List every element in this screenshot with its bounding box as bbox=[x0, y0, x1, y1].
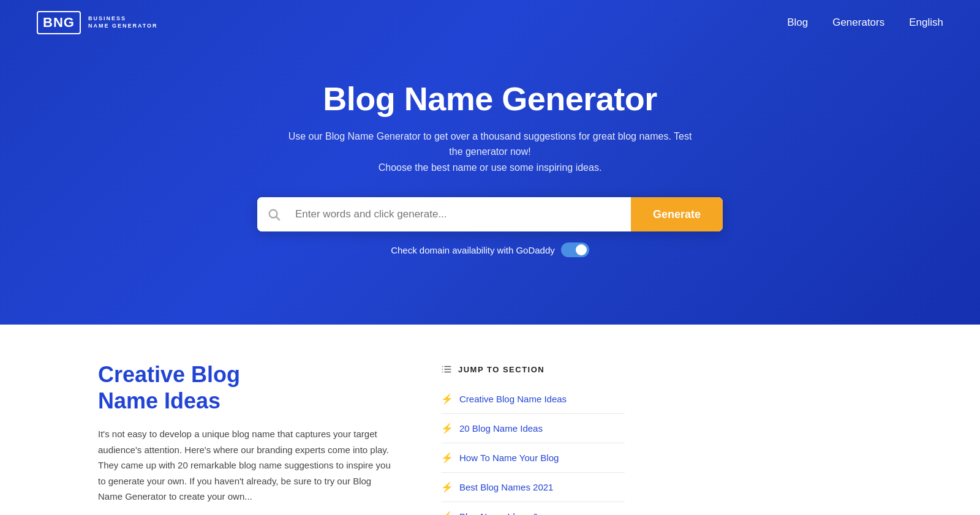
logo-abbr: BNG bbox=[37, 11, 81, 34]
jump-icon-2: ⚡ bbox=[441, 452, 453, 464]
hero-title: Blog Name Generator bbox=[323, 80, 657, 118]
jump-header: JUMP TO SECTION bbox=[441, 364, 625, 375]
hero-section: Blog Name Generator Use our Blog Name Ge… bbox=[0, 0, 980, 325]
jump-item-blog-name-ideas[interactable]: ⚡ Blog Name Ideas & bbox=[441, 502, 625, 515]
domain-toggle[interactable] bbox=[561, 242, 589, 257]
article-title: Creative Blog Name Ideas bbox=[98, 361, 392, 414]
jump-icon-1: ⚡ bbox=[441, 423, 453, 434]
jump-icon-0: ⚡ bbox=[441, 393, 453, 405]
nav-generators[interactable]: Generators bbox=[832, 17, 884, 29]
content-section: Creative Blog Name Ideas It's not easy t… bbox=[61, 325, 919, 515]
jump-item-creative-blog-name-ideas[interactable]: ⚡ Creative Blog Name Ideas bbox=[441, 385, 625, 414]
jump-icon-4: ⚡ bbox=[441, 511, 453, 515]
logo[interactable]: BNG BUSINESS NAME GENERATOR bbox=[37, 11, 158, 34]
toggle-thumb bbox=[576, 244, 587, 255]
nav-blog[interactable]: Blog bbox=[787, 17, 808, 29]
list-icon bbox=[441, 364, 452, 375]
jump-label-2: How To Name Your Blog bbox=[459, 453, 559, 463]
jump-to-section: JUMP TO SECTION ⚡ Creative Blog Name Ide… bbox=[441, 361, 625, 515]
jump-label-4: Blog Name Ideas & bbox=[459, 511, 538, 515]
article-body: It's not easy to develop a unique blog n… bbox=[98, 426, 392, 505]
jump-item-how-to-name-your-blog[interactable]: ⚡ How To Name Your Blog bbox=[441, 443, 625, 473]
main-nav: Blog Generators English bbox=[787, 17, 943, 29]
generate-button[interactable]: Generate bbox=[631, 197, 723, 231]
jump-label-0: Creative Blog Name Ideas bbox=[459, 394, 567, 404]
jump-item-20-blog-name-ideas[interactable]: ⚡ 20 Blog Name Ideas bbox=[441, 414, 625, 443]
domain-check-row: Check domain availability with GoDaddy bbox=[391, 242, 589, 257]
jump-item-best-blog-names-2021[interactable]: ⚡ Best Blog Names 2021 bbox=[441, 473, 625, 502]
nav-language[interactable]: English bbox=[909, 17, 943, 29]
header: BNG BUSINESS NAME GENERATOR Blog Generat… bbox=[0, 0, 980, 45]
toggle-track bbox=[561, 242, 589, 257]
logo-text: BUSINESS NAME GENERATOR bbox=[88, 15, 158, 29]
jump-label-3: Best Blog Names 2021 bbox=[459, 482, 553, 492]
search-icon bbox=[257, 197, 290, 231]
hero-subtitle: Use our Blog Name Generator to get over … bbox=[282, 129, 698, 176]
search-bar: Generate bbox=[257, 197, 723, 231]
search-input[interactable] bbox=[290, 197, 631, 231]
main-article: Creative Blog Name Ideas It's not easy t… bbox=[98, 361, 392, 515]
jump-label-1: 20 Blog Name Ideas bbox=[459, 423, 543, 434]
svg-line-1 bbox=[276, 217, 279, 220]
jump-icon-3: ⚡ bbox=[441, 481, 453, 493]
domain-check-label: Check domain availability with GoDaddy bbox=[391, 245, 555, 255]
